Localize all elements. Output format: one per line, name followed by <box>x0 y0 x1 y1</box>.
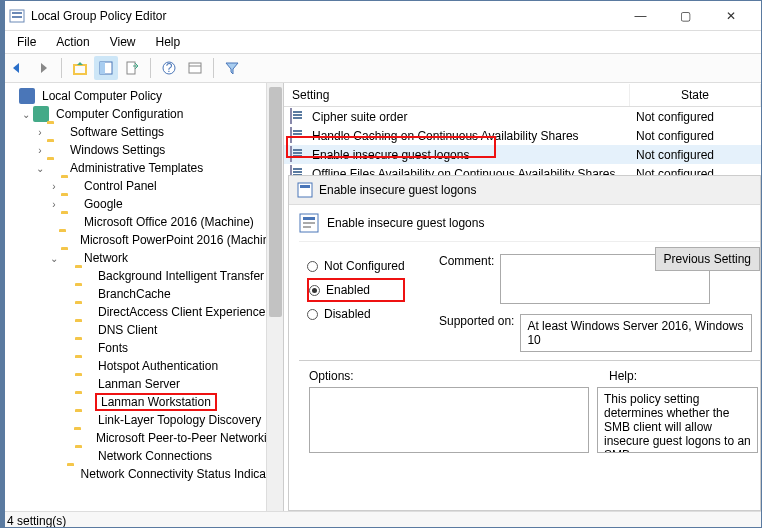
setting-icon <box>290 127 292 143</box>
previous-setting-button[interactable]: Previous Setting <box>655 247 760 271</box>
tree-google[interactable]: Google <box>81 196 126 212</box>
properties-button[interactable] <box>183 56 207 80</box>
svg-rect-5 <box>100 62 105 74</box>
menu-view[interactable]: View <box>102 33 144 51</box>
show-hide-tree-button[interactable] <box>94 56 118 80</box>
twisty-icon[interactable]: ⌄ <box>33 163 47 174</box>
twisty-icon[interactable]: › <box>47 181 61 192</box>
radio-icon <box>309 285 320 296</box>
tree-software-settings[interactable]: Software Settings <box>67 124 167 140</box>
toolbar-separator <box>61 58 62 78</box>
radio-icon <box>307 309 318 320</box>
comment-label: Comment: <box>439 254 494 304</box>
tree-lanman-server[interactable]: Lanman Server <box>95 376 183 392</box>
radio-not-configured[interactable]: Not Configured <box>307 254 405 278</box>
maximize-button[interactable]: ▢ <box>663 2 708 30</box>
tree-office[interactable]: Microsoft Office 2016 (Machine) <box>81 214 257 230</box>
setting-state: Not configured <box>636 110 714 124</box>
svg-text:?: ? <box>166 61 173 75</box>
twisty-icon[interactable]: ⌄ <box>47 253 61 264</box>
status-text: 4 setting(s) <box>7 514 66 528</box>
tree-net-status[interactable]: Network Connectivity Status Indicator <box>78 466 283 482</box>
tree-branchcache[interactable]: BranchCache <box>95 286 174 302</box>
tree-hotspot[interactable]: Hotspot Authentication <box>95 358 221 374</box>
twisty-icon[interactable]: ⌄ <box>19 109 33 120</box>
dialog-title: Enable insecure guest logons <box>319 183 476 197</box>
setting-large-icon <box>299 213 319 233</box>
export-button[interactable] <box>120 56 144 80</box>
help-label: Help: <box>609 369 637 383</box>
svg-rect-16 <box>303 226 311 228</box>
svg-rect-3 <box>74 65 86 74</box>
menu-help[interactable]: Help <box>148 33 189 51</box>
menu-action[interactable]: Action <box>48 33 97 51</box>
tree-computer-config[interactable]: Computer Configuration <box>53 106 186 122</box>
close-button[interactable]: ✕ <box>708 2 753 30</box>
radio-enabled[interactable]: Enabled <box>307 278 405 302</box>
tree-windows-settings[interactable]: Windows Settings <box>67 142 168 158</box>
tree-p2p[interactable]: Microsoft Peer-to-Peer Networking <box>93 430 283 446</box>
minimize-button[interactable]: — <box>618 2 663 30</box>
window-title: Local Group Policy Editor <box>31 9 618 23</box>
tree-directaccess[interactable]: DirectAccess Client Experience <box>95 304 268 320</box>
setting-name: Cipher suite order <box>312 110 636 124</box>
property-dialog: Enable insecure guest logons Enable inse… <box>288 175 761 511</box>
toolbar: ? <box>1 53 761 83</box>
setting-name: Enable insecure guest logons <box>312 148 636 162</box>
settings-list-pane: Setting State Cipher suite order Not con… <box>284 83 761 511</box>
dialog-icon <box>297 182 313 198</box>
tree-dns[interactable]: DNS Client <box>95 322 160 338</box>
svg-rect-9 <box>189 63 201 73</box>
tree-scrollbar[interactable] <box>266 83 283 511</box>
options-box[interactable] <box>309 387 589 453</box>
twisty-icon[interactable]: › <box>33 145 47 156</box>
twisty-icon[interactable]: › <box>47 199 61 210</box>
back-button[interactable] <box>5 56 29 80</box>
computer-icon <box>33 106 49 122</box>
setting-icon <box>290 146 292 162</box>
settings-row[interactable]: Cipher suite order Not configured <box>284 107 761 126</box>
toolbar-separator <box>150 58 151 78</box>
tree-admin-templates[interactable]: Administrative Templates <box>67 160 206 176</box>
col-setting[interactable]: Setting <box>284 84 630 106</box>
radio-disabled[interactable]: Disabled <box>307 302 405 326</box>
help-text: This policy setting determines whether t… <box>604 392 751 453</box>
title-bar: Local Group Policy Editor — ▢ ✕ <box>1 1 761 31</box>
menu-file[interactable]: File <box>9 33 44 51</box>
options-label: Options: <box>309 369 609 383</box>
svg-rect-14 <box>303 217 315 220</box>
tree-fonts[interactable]: Fonts <box>95 340 131 356</box>
forward-button[interactable] <box>31 56 55 80</box>
setting-state: Not configured <box>636 129 714 143</box>
settings-row[interactable]: Handle Caching on Continuous Availabilit… <box>284 126 761 145</box>
svg-rect-6 <box>127 62 135 74</box>
policy-tree[interactable]: Local Computer Policy ⌄Computer Configur… <box>1 83 283 487</box>
supported-label: Supported on: <box>439 314 514 328</box>
menu-bar: File Action View Help <box>1 31 761 53</box>
tree-net-connections[interactable]: Network Connections <box>95 448 215 464</box>
dialog-setting-name: Enable insecure guest logons <box>327 216 484 230</box>
tree-lltd[interactable]: Link-Layer Topology Discovery <box>95 412 264 428</box>
setting-icon <box>290 108 292 124</box>
help-box: This policy setting determines whether t… <box>597 387 758 453</box>
filter-button[interactable] <box>220 56 244 80</box>
app-icon <box>9 8 25 24</box>
radio-icon <box>307 261 318 272</box>
settings-row[interactable]: Enable insecure guest logons Not configu… <box>284 145 761 164</box>
tree-bits[interactable]: Background Intelligent Transfer <box>95 268 267 284</box>
svg-rect-1 <box>12 12 22 14</box>
col-state[interactable]: State <box>630 84 761 106</box>
setting-name: Handle Caching on Continuous Availabilit… <box>312 129 636 143</box>
twisty-icon[interactable]: › <box>33 127 47 138</box>
tree-control-panel[interactable]: Control Panel <box>81 178 160 194</box>
tree-network[interactable]: Network <box>81 250 131 266</box>
up-button[interactable] <box>68 56 92 80</box>
svg-rect-15 <box>303 222 315 224</box>
tree-pane: Local Computer Policy ⌄Computer Configur… <box>1 83 284 511</box>
scrollbar-thumb[interactable] <box>269 87 282 317</box>
tree-root[interactable]: Local Computer Policy <box>39 88 165 104</box>
help-button[interactable]: ? <box>157 56 181 80</box>
tree-powerpoint[interactable]: Microsoft PowerPoint 2016 (Machine) <box>77 232 283 248</box>
policy-root-icon <box>19 88 35 104</box>
tree-lanman-workstation[interactable]: Lanman Workstation <box>95 393 217 411</box>
